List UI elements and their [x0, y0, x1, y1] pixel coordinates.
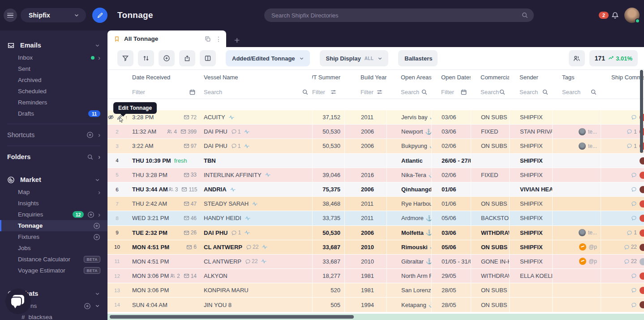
columns-button[interactable] [200, 50, 216, 66]
column-header[interactable]: Date Received [127, 70, 199, 85]
activity-icon[interactable] [244, 143, 250, 149]
table-row[interactable]: 9TUE 2:32 PM26DAI PHU150,5302006Molfetta… [107, 226, 644, 240]
plus-circle-icon[interactable] [93, 234, 100, 241]
global-search[interactable] [264, 9, 534, 22]
column-filter[interactable]: Filter [127, 85, 199, 99]
comment-count[interactable] [631, 302, 637, 308]
activity-icon[interactable] [265, 172, 271, 178]
tag-chip[interactable]: @p [579, 243, 597, 251]
sidebar-item-reminders[interactable]: Reminders [0, 97, 107, 108]
activity-icon[interactable] [244, 129, 250, 135]
plus-circle-icon[interactable] [84, 303, 91, 310]
column-filter[interactable]: Search [199, 85, 312, 99]
ship-display-dropdown[interactable]: Ship Display ALL [320, 50, 389, 66]
column-filter[interactable]: Search [471, 85, 509, 99]
plus-circle-icon[interactable] [87, 211, 94, 218]
search-icon[interactable] [302, 89, 309, 95]
bell-icon[interactable] [611, 12, 619, 19]
hamburger-icon[interactable] [4, 9, 17, 22]
kebab-icon[interactable]: ⋮ [215, 35, 222, 43]
comment-count[interactable]: 22 [624, 258, 637, 264]
column-filter[interactable]: Filter [344, 85, 386, 99]
copy-icon[interactable] [205, 36, 211, 42]
sort-button[interactable] [138, 50, 154, 66]
user-avatar[interactable] [624, 8, 640, 23]
sidebar-item-jobs[interactable]: Jobs [0, 242, 107, 254]
search-icon[interactable] [421, 89, 428, 95]
plus-circle-icon[interactable] [93, 222, 100, 229]
sidebar-item-drafts[interactable]: Drafts11 [0, 108, 107, 119]
table-row[interactable]: 33:22 AM97DAI PHU150,5302006Bukpyung⚓02/… [107, 139, 644, 153]
sidebar-item-folders[interactable]: Folders › [0, 151, 107, 163]
sliders-icon[interactable] [330, 89, 337, 95]
table-row[interactable]: 211:32 AM4399DAI PHU150,5302006Newport⚓0… [107, 125, 644, 139]
table-row[interactable]: 11MON 4:51 PMCL ANTWERP2233,6872010Gibra… [107, 255, 644, 269]
add-tonnage-button[interactable] [159, 50, 175, 66]
sidebar-item-tonnage[interactable]: Tonnage [0, 220, 107, 231]
filter-button[interactable] [117, 50, 133, 66]
table-row[interactable]: 14SUN 4:04 AMJIN YOU 85051994Ketapang⚓28… [107, 298, 644, 312]
column-header[interactable]: Tags [552, 70, 601, 85]
sidebar-item-enquiries[interactable]: Enquiries 12› [0, 209, 107, 220]
tag-chip[interactable]: @p [579, 258, 597, 265]
table-row[interactable]: 8WED 3:21 PM46HANDY HEIDI33,7352011Ardmo… [107, 211, 644, 225]
column-filter[interactable]: Search [386, 85, 431, 99]
workspace-dropdown[interactable]: Shipfix [21, 8, 86, 22]
tag-chip[interactable]: te... [579, 229, 597, 236]
search-input[interactable] [271, 12, 521, 19]
sidebar-item-insights[interactable]: Insights [0, 198, 107, 209]
sidebar-item-scheduled[interactable]: Scheduled [0, 86, 107, 97]
column-header[interactable]: Sender [509, 70, 552, 85]
table-row[interactable]: 13MON 3:06 PMKONPIRA MARU5201981San Lore… [107, 283, 644, 298]
table-row[interactable]: ↑3:28 PM72ACUITY37,1522011Jervis bay⚓03/… [107, 110, 644, 125]
column-header[interactable] [107, 70, 127, 85]
activity-icon[interactable] [245, 215, 251, 221]
column-header[interactable]: Build Year [344, 70, 386, 85]
notification-badge[interactable]: 2 [599, 12, 609, 19]
plus-circle-icon[interactable] [86, 131, 94, 138]
eye-off-icon[interactable] [107, 114, 114, 121]
owners-button[interactable] [569, 50, 585, 66]
new-tab-button[interactable]: + [234, 35, 240, 45]
chat-widget-button[interactable] [5, 289, 31, 314]
comment-count[interactable]: 1 [627, 129, 637, 135]
table-row[interactable]: 6THU 3:44 AM3115ANDRIA75,3752006Qinhuang… [107, 182, 644, 197]
activity-icon[interactable] [230, 186, 236, 193]
search-icon[interactable] [499, 89, 506, 95]
vertical-scrollbar-thumb[interactable] [640, 70, 643, 153]
sidebar-section-market[interactable]: Market [0, 173, 107, 186]
sidebar-item-sent[interactable]: Sent [0, 63, 107, 74]
sidebar-item-distance-calculator[interactable]: Distance CalculatorBETA [0, 254, 107, 265]
column-filter[interactable]: Filter [312, 85, 344, 99]
comment-count[interactable] [631, 201, 637, 207]
activity-icon[interactable] [262, 244, 268, 250]
sidebar-item-map[interactable]: Map› [0, 186, 107, 198]
compose-button[interactable] [92, 8, 107, 23]
column-filter[interactable]: Search [552, 85, 601, 99]
comment-count[interactable] [631, 273, 637, 279]
comment-count[interactable] [631, 172, 637, 178]
column-header[interactable]: DWT Summer [312, 70, 344, 85]
tab-all-tonnage[interactable]: All Tonnage ⋮ [107, 30, 226, 47]
sidebar-item-inbox[interactable]: Inbox› [0, 52, 107, 63]
comment-count[interactable]: 1 [627, 143, 637, 149]
added-edited-tonnage-dropdown[interactable]: Added/Edited Tonnage [226, 50, 310, 66]
column-header[interactable]: Ship Commen [601, 70, 644, 85]
column-header[interactable]: Open Areas [386, 70, 431, 85]
table-row[interactable]: 12MON 3:06 PM214ALKYON18,2771981North Ar… [107, 269, 644, 283]
sidebar-item-voyage-estimator[interactable]: Voyage EstimatorBETA [0, 265, 107, 276]
comment-count[interactable]: 1 [627, 229, 637, 236]
comment-count[interactable] [631, 186, 637, 192]
comment-count[interactable] [631, 287, 637, 293]
comment-count[interactable] [631, 215, 637, 221]
activity-icon[interactable] [252, 201, 258, 207]
column-filter[interactable]: Search [509, 85, 552, 99]
activity-icon[interactable] [228, 114, 235, 121]
table-row[interactable]: 7THU 2:42 AM47STEADY SARAH38,4682011Rye … [107, 197, 644, 211]
column-filter[interactable] [601, 85, 644, 99]
column-header[interactable]: Commercial S [471, 70, 509, 85]
sidebar-section-emails[interactable]: Emails [0, 39, 107, 52]
table-row[interactable]: 4THU 10:39 PMfreshTBNAtlantic26/06 - 27/… [107, 154, 644, 168]
sliders-icon[interactable] [376, 89, 383, 95]
column-header[interactable]: Vessel Name [199, 70, 312, 85]
